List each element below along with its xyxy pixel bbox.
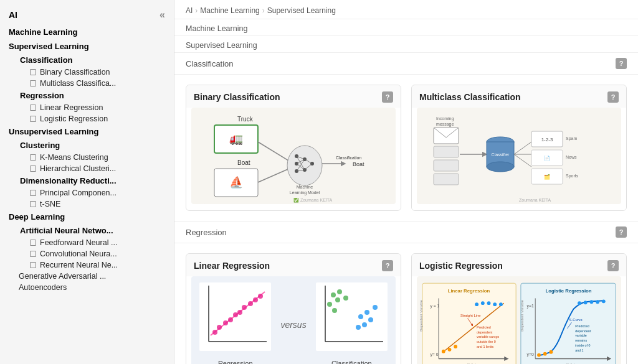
svg-point-102 <box>454 345 457 348</box>
sidebar-subgroup-label-dimensionality[interactable]: Dimensionality Reducti... <box>20 174 174 187</box>
logistic-card-body: Linear Regression y = 1 y= 0 Dependent V… <box>412 276 626 364</box>
classification-help-badge[interactable]: ? <box>616 58 627 69</box>
collapse-button[interactable]: « <box>160 10 165 20</box>
sidebar-item-icon <box>30 251 36 257</box>
sidebar-subgroup-label-classification[interactable]: Classification <box>20 54 174 67</box>
svg-text:⛵: ⛵ <box>229 175 244 189</box>
svg-rect-36 <box>434 174 459 185</box>
svg-text:Dependent Variable: Dependent Variable <box>520 300 524 332</box>
svg-text:🚛: 🚛 <box>229 132 244 146</box>
sidebar-item-pca[interactable]: Principal Componen... <box>20 187 174 198</box>
svg-point-80 <box>368 317 373 322</box>
sidebar-item-cnn[interactable]: Convolutional Neura... <box>20 248 174 259</box>
svg-text:remains: remains <box>575 338 587 342</box>
sidebar-item-kmeans[interactable]: K-Means Clustering <box>20 152 174 163</box>
bottom-cards-row: Linear Regression ? <box>174 243 638 364</box>
breadcrumb-sl[interactable]: Supervised Learning <box>267 6 336 15</box>
multiclass-card-header: Multiclass Classification ? <box>412 85 626 108</box>
svg-point-83 <box>373 305 378 310</box>
svg-point-101 <box>448 348 452 352</box>
section-machine-learning: Machine Learning <box>174 19 638 36</box>
svg-point-99 <box>499 302 503 306</box>
sidebar-item-icon <box>30 201 36 207</box>
svg-point-125 <box>543 352 547 356</box>
svg-point-121 <box>589 300 593 304</box>
svg-point-73 <box>337 289 342 294</box>
sidebar-group-label-unsupervised[interactable]: Unsupervised Learning <box>9 124 174 139</box>
sidebar-item-tsne[interactable]: t-SNE <box>20 198 174 210</box>
svg-text:Boat: Boat <box>237 159 250 166</box>
sidebar-group-unsupervised: Unsupervised Learning Clustering K-Means… <box>0 124 174 210</box>
sidebar-item-gan[interactable]: Generative Adversarial ... <box>9 271 174 282</box>
sidebar-item-feedforward[interactable]: Feedforward Neural ... <box>20 237 174 248</box>
svg-rect-35 <box>434 160 459 171</box>
breadcrumb-ai[interactable]: AI <box>186 6 193 15</box>
sidebar-group-label-deep-learning[interactable]: Deep Learning <box>9 210 174 224</box>
svg-rect-34 <box>434 146 459 157</box>
regression-sub-diagram: Regression <box>196 282 274 365</box>
svg-point-75 <box>327 302 332 307</box>
breadcrumb-sep2: › <box>262 6 265 15</box>
sidebar-item-label: t-SNE <box>40 200 60 208</box>
svg-text:Truck: Truck <box>237 116 254 123</box>
svg-point-67 <box>253 297 258 302</box>
sidebar-item-label: Linear Regression <box>40 103 103 112</box>
svg-point-97 <box>487 301 491 305</box>
logistic-diagram-svg: Linear Regression y = 1 y= 0 Dependent V… <box>419 279 619 364</box>
regression-scatter-svg <box>199 282 271 357</box>
svg-text:📄: 📄 <box>544 155 550 161</box>
regression-sub-label: Regression <box>218 360 253 365</box>
binary-card-body: Truck 🚛 Boat ⛵ <box>186 108 401 210</box>
breadcrumb-ml[interactable]: Machine Learning <box>200 6 259 15</box>
svg-text:S-Curve: S-Curve <box>569 318 582 322</box>
svg-text:Sports: Sports <box>566 174 579 179</box>
linear-help-badge[interactable]: ? <box>382 260 393 271</box>
classification-scatter-svg <box>316 282 388 357</box>
svg-point-126 <box>549 350 553 354</box>
logistic-card-header: Logistic Regression ? <box>412 254 626 276</box>
svg-text:y= 0: y= 0 <box>430 352 438 357</box>
svg-text:y = 1: y = 1 <box>430 304 439 309</box>
sidebar-item-linear-regression[interactable]: Linear Regression <box>20 102 174 113</box>
svg-text:dependent: dependent <box>575 329 591 333</box>
svg-text:1-2-3: 1-2-3 <box>541 137 553 142</box>
sidebar-item-hierarchical[interactable]: Hierarchical Clusteri... <box>20 163 174 174</box>
svg-point-61 <box>223 320 228 325</box>
sidebar-subgroup-classification: Classification Binary Classification Mul… <box>9 54 174 89</box>
svg-text:Straight Line: Straight Line <box>460 314 481 317</box>
sidebar-group-deep-learning: Deep Learning Artificial Neural Netwo...… <box>0 210 174 271</box>
logistic-help-badge[interactable]: ? <box>607 260 619 271</box>
sidebar-subgroup-label-clustering[interactable]: Clustering <box>20 139 174 152</box>
sidebar-item-label: Generative Adversarial ... <box>19 272 106 281</box>
sidebar-item-icon <box>30 190 36 196</box>
binary-card-title: Binary Classification <box>194 92 280 102</box>
svg-text:Predicted: Predicted <box>477 325 491 329</box>
sidebar-item-rnn[interactable]: Recurrent Neural Ne... <box>20 259 174 271</box>
svg-point-95 <box>475 302 478 306</box>
multiclass-classification-card: Multiclass Classification ? Incoming mes… <box>411 85 627 211</box>
multiclass-help-badge[interactable]: ? <box>607 91 619 103</box>
sidebar-group-bottom: Generative Adversarial ... Autoencoders <box>0 271 174 293</box>
sidebar-subgroup-label-regression[interactable]: Regression <box>20 89 174 102</box>
sidebar-item-multiclass-classification[interactable]: Multiclass Classifica... <box>20 78 174 89</box>
sidebar-item-icon <box>30 80 36 86</box>
svg-point-96 <box>481 301 485 305</box>
sidebar-item-binary-classification[interactable]: Binary Classification <box>20 67 174 78</box>
sidebar-subgroup-label-ann[interactable]: Artificial Neural Netwo... <box>20 224 174 237</box>
sidebar-item-autoencoders[interactable]: Autoencoders <box>9 282 174 293</box>
svg-point-63 <box>233 312 238 317</box>
svg-point-59 <box>212 330 217 335</box>
svg-point-119 <box>578 301 581 305</box>
svg-point-123 <box>602 299 606 303</box>
sidebar: AI « Machine Learning Supervised Learnin… <box>0 0 174 364</box>
regression-help-badge[interactable]: ? <box>616 226 627 238</box>
top-cards-row: Binary Classification ? Truck 🚛 Boat <box>174 75 638 221</box>
svg-text:Predicted: Predicted <box>575 324 589 328</box>
sidebar-item-icon <box>30 154 36 161</box>
binary-help-badge[interactable]: ? <box>382 91 393 103</box>
sidebar-item-logistic-regression[interactable]: Logistic Regression <box>20 113 174 124</box>
svg-point-60 <box>217 325 222 330</box>
sidebar-section-machine-learning: Machine Learning <box>0 25 174 39</box>
sidebar-group-label-supervised[interactable]: Supervised Learning <box>9 39 174 54</box>
svg-point-77 <box>332 308 337 313</box>
